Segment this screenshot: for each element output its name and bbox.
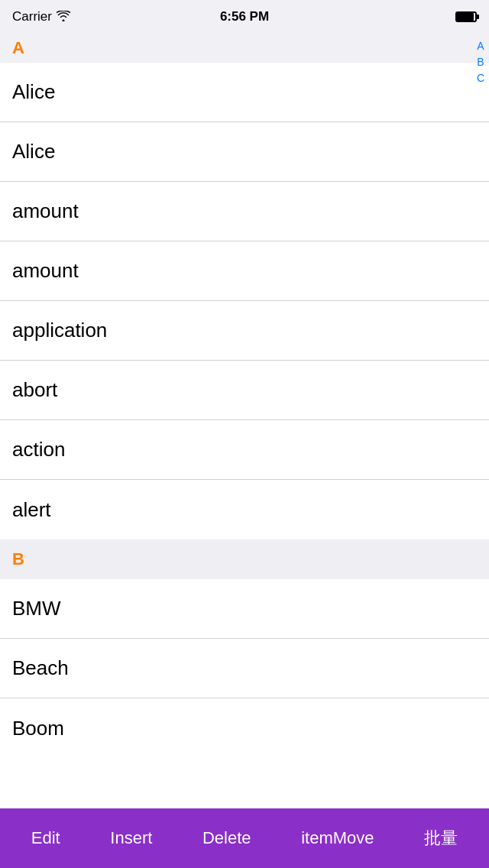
list-item-text: BMW	[12, 597, 61, 620]
insert-button[interactable]: Insert	[101, 822, 161, 854]
index-scrubber-a[interactable]: A	[477, 40, 484, 53]
delete-button[interactable]: Delete	[193, 822, 261, 854]
item-move-button[interactable]: itemMove	[292, 822, 383, 854]
index-scrubber[interactable]: A B C	[475, 34, 486, 90]
list-item[interactable]: BMW	[0, 579, 489, 639]
battery-container	[455, 11, 477, 22]
list-item-text: Alice	[12, 140, 55, 164]
list-item[interactable]: Boom	[0, 698, 489, 758]
scroll-area[interactable]: A Alice Alice amount amount application …	[0, 34, 489, 808]
carrier-label: Carrier	[12, 9, 52, 24]
list-section-b: BMW Beach Boom	[0, 579, 489, 758]
list-item[interactable]: application	[0, 301, 489, 361]
list-item[interactable]: Alice	[0, 122, 489, 182]
list-item[interactable]: amount	[0, 241, 489, 301]
list-item[interactable]: alert	[0, 480, 489, 539]
list-item-text: alert	[12, 498, 51, 522]
list-item[interactable]: abort	[0, 361, 489, 420]
section-a-label: A	[12, 38, 24, 58]
toolbar: Edit Insert Delete itemMove 批量	[0, 808, 489, 868]
list-item[interactable]: action	[0, 420, 489, 480]
status-time: 6:56 PM	[220, 9, 269, 24]
wifi-icon	[57, 11, 70, 24]
status-bar: Carrier 6:56 PM	[0, 0, 489, 34]
list-item[interactable]: Alice	[0, 63, 489, 122]
list-item-text: amount	[12, 259, 79, 283]
section-header-b: B	[0, 539, 489, 579]
list-item[interactable]: amount	[0, 182, 489, 241]
index-scrubber-c[interactable]: C	[477, 72, 484, 85]
list-item-text: abort	[12, 378, 57, 402]
battery-icon	[455, 11, 477, 22]
edit-button[interactable]: Edit	[22, 822, 70, 854]
list-item-text: Alice	[12, 80, 55, 104]
list-item-text: amount	[12, 199, 79, 223]
section-header-a: A	[0, 34, 489, 63]
index-scrubber-b[interactable]: B	[477, 56, 484, 69]
list-item-text: action	[12, 438, 65, 462]
carrier-info: Carrier	[12, 9, 70, 24]
list-item-text: Beach	[12, 656, 69, 680]
list-section-a: Alice Alice amount amount application ab…	[0, 63, 489, 539]
section-b-label: B	[12, 549, 24, 569]
list-item[interactable]: Beach	[0, 639, 489, 698]
batch-button[interactable]: 批量	[415, 821, 467, 856]
list-item-text: Boom	[12, 717, 64, 740]
battery-fill	[457, 13, 474, 21]
list-item-text: application	[12, 319, 107, 342]
